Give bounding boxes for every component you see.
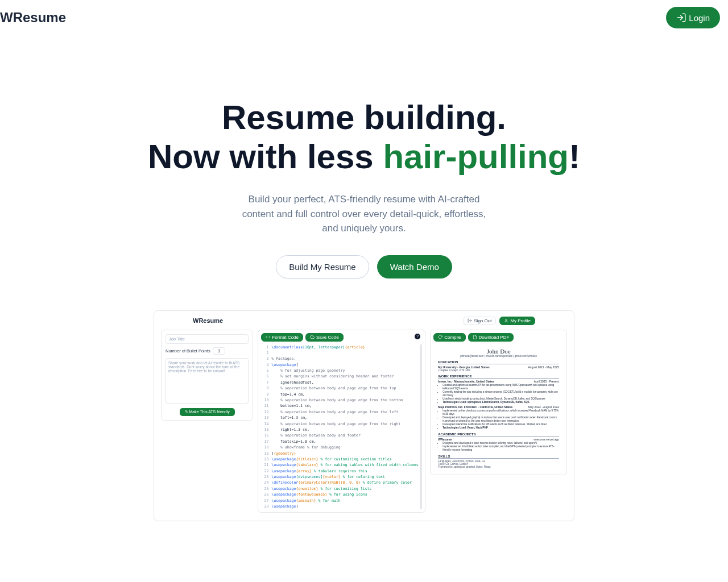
code-line: 9 top=1.4 cm, (261, 392, 420, 397)
code-line: 7 ignoreheadfoot, (261, 380, 420, 385)
login-icon (676, 13, 686, 23)
code-line: 20\usepackage{titlesec} % for customizin… (261, 456, 420, 462)
login-label: Login (689, 13, 710, 23)
code-line: 27\usepackage{amsmath} % for math (261, 498, 420, 504)
code-editor: 1\documentclass[10pt, letterpaper]{artic… (261, 344, 422, 509)
code-line: 22\usepackage{array} % tabularx requires… (261, 468, 420, 474)
code-line: 17 footskip=1.0 cm, (261, 439, 420, 444)
code-line: 28\usepackage[ (261, 504, 420, 509)
code-icon (266, 335, 270, 339)
profile-button: My Profile (499, 317, 535, 325)
code-line: 12 % seperation between body and page ed… (261, 409, 420, 415)
bullets-label: Number of Bullet Points (166, 348, 210, 354)
code-line: 8 % seperation between body and page edg… (261, 385, 420, 391)
section-projects: ACADEMIC PROJECTS (438, 433, 559, 436)
signout-button: Sign Out (463, 317, 496, 325)
code-line: 4\usepackage[ (261, 362, 420, 368)
ats-button: ✎ Make This ATS friendly (180, 408, 235, 416)
code-line: 24\definecolor{primaryColor}{RGB}{0, 0, … (261, 480, 420, 485)
refresh-icon (438, 335, 442, 339)
section-education: EDUCATION (438, 360, 559, 364)
demo-code-panel: Format Code Save Code ? 1\documentclass[… (258, 330, 425, 513)
watch-demo-button[interactable]: Watch Demo (377, 255, 452, 278)
section-work: WORK EXPERIENCE (438, 375, 559, 379)
code-line: 6 % set margins without considering head… (261, 373, 420, 379)
code-line: 1\documentclass[10pt, letterpaper]{artic… (261, 344, 420, 350)
download-pdf-button: Download PDF (468, 333, 514, 342)
code-line: 10 % seperation between body and page ed… (261, 397, 420, 403)
code-line: 25\usepackage{enumitem} % for customizin… (261, 486, 420, 492)
save-code-button: Save Code (305, 333, 344, 342)
build-resume-button[interactable]: Build My Resume (276, 255, 369, 278)
bullets-value: 3 (213, 347, 225, 355)
code-line: 23\usepackage[dvipsnames]{xcolor} % for … (261, 474, 420, 480)
resume-contact: johndoe@email.com | linkedin.com/in/john… (438, 355, 559, 357)
code-line: 16 % seperation between body and footer (261, 433, 420, 438)
demo-brand: WResume (193, 317, 223, 324)
code-line: 14 % seperation between body and page ed… (261, 421, 420, 427)
demo-screenshot: WResume Sign Out My Profile Job Title Nu… (154, 310, 574, 521)
signout-icon (468, 318, 472, 323)
code-line: 18 % showframe % for debugging (261, 444, 420, 450)
svg-point-2 (506, 319, 507, 321)
code-line: 21\usepackage{tabularx} % for making tab… (261, 462, 420, 468)
code-line: 15 right=1.3 cm, (261, 427, 420, 433)
code-line: 19]{geometry} (261, 451, 420, 456)
cloud-icon (310, 335, 315, 339)
hero-subheading: Build your perfect, ATS-friendly resume … (233, 192, 495, 236)
demo-preview-panel: Compile Download PDF John Doe johndoe@em… (430, 330, 567, 476)
code-line: 3% Packages: (261, 356, 420, 361)
demo-left-panel: Job Title Number of Bullet Points 3 Shar… (161, 330, 253, 421)
share-textarea: Share your work and let AI rewrite to fi… (166, 358, 249, 404)
help-icon: ? (415, 334, 420, 339)
format-code-button: Format Code (261, 333, 303, 342)
brand-title: WResume (0, 10, 66, 26)
code-line: 2 (261, 350, 420, 356)
code-line: 5 % for adjusting page geometry (261, 368, 420, 373)
resume-name: John Doe (438, 348, 559, 355)
login-button[interactable]: Login (666, 7, 720, 28)
hero-title: Resume building. Now with less hair-pull… (0, 98, 728, 176)
job-title-input: Job Title (166, 334, 249, 344)
code-line: 13 left=1.3 cm, (261, 415, 420, 421)
section-skills: SKILLS (438, 455, 559, 459)
user-icon (504, 318, 508, 323)
resume-preview: John Doe johndoe@email.com | linkedin.co… (433, 344, 564, 472)
code-line: 26\usepackage{fontawesome5} % for using … (261, 492, 420, 497)
file-icon (473, 335, 477, 339)
code-line: 11 bottom=1.1 cm, (261, 403, 420, 409)
compile-button: Compile (433, 333, 465, 342)
